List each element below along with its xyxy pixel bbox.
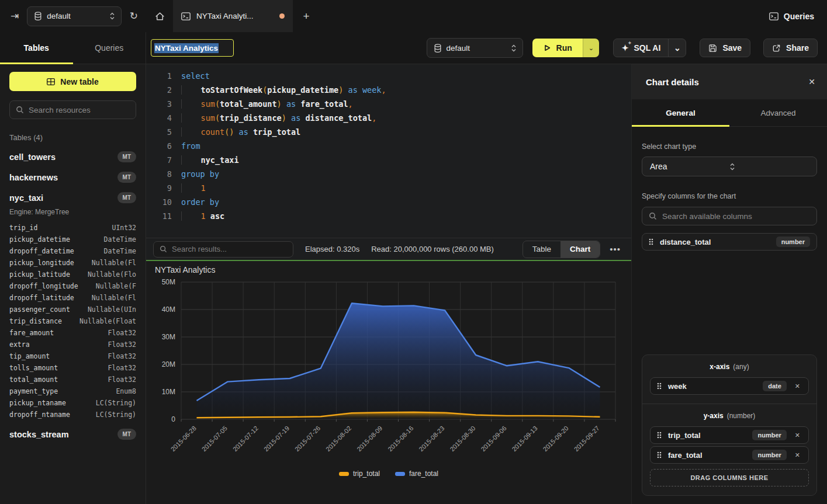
- sql-ai-label: SQL AI: [634, 43, 660, 53]
- chart-view-button[interactable]: Chart: [560, 241, 600, 258]
- share-icon: [772, 44, 781, 53]
- sql-editor[interactable]: 1234567891011 select toStartOfWeek(picku…: [146, 64, 631, 238]
- available-column-distance-total[interactable]: distance_total number: [642, 233, 817, 251]
- chart-type-label: Select chart type: [642, 142, 817, 151]
- new-table-button[interactable]: New table: [9, 72, 136, 91]
- chart-details-panel: Chart details ✕ General Advanced Select …: [631, 64, 827, 504]
- view-toggle: Table Chart: [523, 241, 601, 258]
- home-icon: [155, 12, 165, 21]
- y-axis-tick: 50M: [162, 278, 175, 286]
- home-tab[interactable]: [146, 0, 173, 32]
- drag-handle-icon: [657, 432, 662, 439]
- save-button[interactable]: Save: [700, 39, 750, 57]
- y-axis-column-trip-total[interactable]: trip_total number ✕: [650, 426, 809, 444]
- save-label: Save: [722, 43, 742, 53]
- y-axis-tick: 30M: [162, 333, 175, 341]
- sidebar-search-input[interactable]: Search resources: [9, 100, 136, 119]
- share-button[interactable]: Share: [763, 39, 818, 57]
- code-line: from: [181, 139, 631, 153]
- legend-swatch: [395, 472, 405, 476]
- new-tab-button[interactable]: +: [293, 0, 320, 32]
- code-line: 1: [181, 181, 631, 195]
- database-value: default: [447, 44, 506, 53]
- sidebar-search-placeholder: Search resources: [29, 106, 91, 114]
- remove-column-icon[interactable]: ✕: [793, 383, 802, 390]
- table-row-stocks-stream[interactable]: stocks_stream MT: [9, 429, 136, 440]
- sparkle-icon: ✦: [622, 43, 629, 53]
- topbar-left: ⇥ default ↻: [0, 0, 146, 32]
- x-axis-tick: 2015-09-27: [573, 425, 601, 453]
- panel-tab-general[interactable]: General: [632, 99, 729, 126]
- run-options-caret[interactable]: ⌄: [583, 39, 599, 57]
- chevron-updown-icon: [729, 163, 809, 171]
- columns-search-input[interactable]: Search available columns: [642, 207, 817, 225]
- legend-label: trip_total: [353, 470, 380, 478]
- code-line: select: [181, 69, 631, 83]
- code-line: group by: [181, 167, 631, 181]
- search-icon: [649, 212, 657, 220]
- more-options-icon[interactable]: •••: [606, 244, 624, 254]
- line-number-gutter: 1234567891011: [146, 69, 172, 238]
- type-badge: number: [776, 237, 810, 247]
- x-axis-column-week[interactable]: week date ✕: [650, 377, 809, 395]
- results-search-input[interactable]: Search results...: [153, 241, 293, 258]
- type-badge: date: [763, 381, 787, 391]
- columns-search-placeholder: Search available columns: [662, 212, 752, 221]
- remove-column-icon[interactable]: ✕: [793, 432, 802, 439]
- legend-label: fare_total: [409, 470, 438, 478]
- y-axis-label: y-axis: [704, 412, 724, 420]
- legend-item-trip_total[interactable]: trip_total: [339, 470, 380, 478]
- collapse-sidebar-icon[interactable]: ⇥: [11, 11, 19, 21]
- x-axis-tick: 2015-07-19: [262, 425, 290, 453]
- close-icon[interactable]: ✕: [808, 77, 815, 86]
- topbar-database-selector[interactable]: default: [27, 6, 122, 26]
- panel-tab-advanced[interactable]: Advanced: [729, 99, 827, 126]
- table-row-cell-towers[interactable]: cell_towers MT: [9, 151, 136, 162]
- database-icon: [34, 12, 41, 20]
- new-table-label: New table: [60, 77, 98, 86]
- tab-nytaxi-analytics[interactable]: NYTaxi Analyti...: [173, 0, 293, 32]
- column-row: tip_amountFloat32: [9, 350, 136, 362]
- query-title-input[interactable]: NYTaxi Analytics: [151, 39, 234, 57]
- results-toolbar: Search results... Elapsed: 0.320s Read: …: [146, 238, 631, 260]
- column-row: pickup_ntanameLC(String): [9, 397, 136, 409]
- column-row: trip_distanceNullable(Float: [9, 315, 136, 327]
- x-axis-tick: 2015-06-28: [169, 425, 198, 453]
- sql-ai-caret[interactable]: ⌄: [668, 39, 686, 57]
- play-icon: [543, 44, 551, 52]
- sql-ai-button[interactable]: ✦ SQL AI ⌄: [613, 39, 687, 57]
- main-area: 1234567891011 select toStartOfWeek(picku…: [146, 64, 631, 504]
- query-title-selected-text: NYTaxi Analytics: [154, 43, 219, 53]
- y-axis-tick: 10M: [162, 388, 175, 396]
- columns-label: Specify columns for the chart: [642, 192, 817, 200]
- type-badge: number: [752, 450, 786, 460]
- share-label: Share: [786, 43, 809, 53]
- table-engine-label: Engine: MergeTree: [9, 208, 136, 216]
- table-view-button[interactable]: Table: [523, 241, 560, 258]
- search-icon: [160, 245, 167, 253]
- remove-column-icon[interactable]: ✕: [793, 451, 802, 459]
- toolbar-database-selector[interactable]: default: [427, 38, 523, 58]
- code-line: sum(trip_distance) as distance_total,: [181, 111, 631, 125]
- run-button[interactable]: Run: [532, 39, 583, 57]
- chart-type-select[interactable]: Area: [642, 157, 817, 176]
- drag-columns-dropzone[interactable]: DRAG COLUMNS HERE: [650, 469, 809, 486]
- chart-canvas: 010M20M30M40M50M2015-06-282015-07-052015…: [146, 274, 631, 468]
- legend-item-fare_total[interactable]: fare_total: [395, 470, 438, 478]
- y-axis-column-fare-total[interactable]: fare_total number ✕: [650, 446, 809, 464]
- table-row-hackernews[interactable]: hackernews MT: [9, 172, 136, 183]
- refresh-icon[interactable]: ↻: [130, 11, 138, 21]
- code-line: 1 asc: [181, 209, 631, 223]
- queries-button[interactable]: Queries: [756, 0, 827, 32]
- table-row-nyc-taxi[interactable]: nyc_taxi MT: [9, 192, 136, 203]
- sidebar-tab-tables[interactable]: Tables: [0, 32, 73, 64]
- engine-badge: MT: [117, 172, 136, 183]
- chevron-updown-icon: [109, 12, 115, 20]
- column-row: passenger_countNullable(UIn: [9, 304, 136, 315]
- column-row: pickup_longitudeNullable(Fl: [9, 257, 136, 269]
- sidebar-tab-queries[interactable]: Queries: [73, 32, 146, 64]
- column-row: payment_typeEnum8: [9, 385, 136, 397]
- axis-config-card: x-axis(any) week date ✕ y-axis(number) t…: [642, 354, 817, 496]
- panel-title: Chart details: [646, 77, 808, 87]
- x-axis-label: x-axis: [710, 363, 729, 371]
